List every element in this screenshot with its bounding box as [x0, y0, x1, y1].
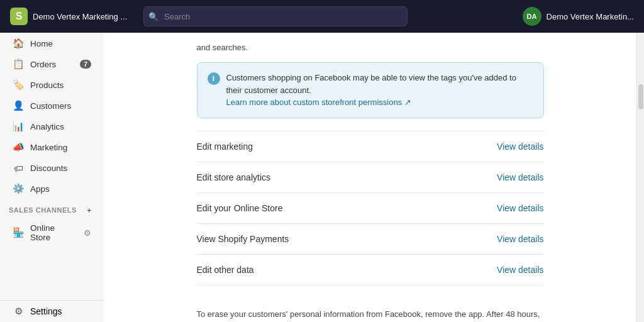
sidebar-item-marketing[interactable]: 📣 Marketing: [4, 137, 100, 157]
home-icon: 🏠: [13, 38, 24, 49]
info-icon: i: [208, 72, 220, 85]
permission-label: Edit other data: [197, 265, 254, 275]
sidebar-bottom: ⚙ Settings: [0, 300, 104, 322]
sidebar: 🏠 Home 📋 Orders 7 🏷️ Products 👤 Customer…: [0, 33, 104, 322]
sidebar-item-label: Customers: [30, 101, 71, 111]
sidebar-item-online-store[interactable]: 🏪 Online Store ⚙: [4, 219, 100, 247]
scrollbar-thumb[interactable]: [638, 84, 643, 109]
permission-label: Edit store analytics: [197, 172, 271, 182]
main-content: and searches. i Customers shopping on Fa…: [104, 33, 636, 322]
view-details-link-edit-online-store[interactable]: View details: [497, 203, 543, 213]
erase-text: To erase your customers' personal inform…: [197, 309, 540, 323]
sidebar-item-label: Online Store: [30, 223, 77, 242]
permissions-list: Edit marketing View details Edit store a…: [197, 131, 544, 286]
scrollbar-track: [636, 33, 644, 322]
topbar: S Demo Vertex Marketing ... 🔍 DA Demo Ve…: [0, 0, 644, 33]
discounts-icon: 🏷: [13, 162, 24, 174]
orders-icon: 📋: [13, 58, 24, 70]
online-store-settings-icon[interactable]: ⚙: [84, 228, 91, 238]
permission-label: Edit marketing: [197, 142, 253, 152]
info-box-text: Customers shopping on Facebook may be ab…: [226, 73, 516, 95]
sidebar-item-orders[interactable]: 📋 Orders 7: [4, 54, 100, 74]
erase-info-box: To erase your customers' personal inform…: [197, 298, 544, 323]
sidebar-item-analytics[interactable]: 📊 Analytics: [4, 116, 100, 136]
main-layout: 🏠 Home 📋 Orders 7 🏷️ Products 👤 Customer…: [0, 33, 644, 322]
view-details-link-edit-marketing[interactable]: View details: [497, 142, 543, 152]
search-input[interactable]: [143, 6, 408, 26]
shopify-logo-icon: S: [10, 8, 28, 25]
channels-section-header: SALES CHANNELS ＋: [0, 199, 104, 218]
view-details-link-edit-store-analytics[interactable]: View details: [497, 172, 543, 182]
brand-logo-area[interactable]: S Demo Vertex Marketing ...: [10, 8, 136, 25]
view-details-link-edit-other-data[interactable]: View details: [497, 265, 543, 275]
user-name: Demo Vertex Marketin...: [547, 12, 634, 21]
permission-label: Edit your Online Store: [197, 203, 283, 213]
marketing-icon: 📣: [13, 142, 24, 153]
sidebar-item-label: Orders: [30, 60, 56, 69]
sidebar-item-home[interactable]: 🏠 Home: [4, 33, 100, 53]
permission-label: View Shopify Payments: [197, 234, 289, 244]
custom-permissions-link[interactable]: Learn more about custom storefront permi…: [226, 97, 411, 107]
permission-row-edit-store-analytics: Edit store analytics View details: [197, 162, 544, 193]
apps-icon: ⚙️: [13, 183, 24, 194]
sidebar-item-apps[interactable]: ⚙️ Apps: [4, 179, 100, 199]
permission-row-edit-marketing: Edit marketing View details: [197, 131, 544, 162]
info-box-content: Customers shopping on Facebook may be ab…: [226, 72, 533, 109]
sidebar-item-settings[interactable]: ⚙ Settings: [4, 301, 100, 321]
top-snippet-text: and searches.: [197, 33, 544, 52]
sidebar-item-products[interactable]: 🏷️ Products: [4, 75, 100, 95]
sidebar-item-label: Marketing: [30, 143, 67, 152]
customers-icon: 👤: [13, 100, 24, 111]
orders-badge: 7: [80, 60, 91, 69]
permission-row-edit-online-store: Edit your Online Store View details: [197, 193, 544, 224]
sidebar-item-label: Home: [30, 39, 53, 48]
analytics-icon: 📊: [13, 121, 24, 132]
products-icon: 🏷️: [13, 79, 24, 91]
add-channel-icon[interactable]: ＋: [84, 204, 95, 216]
search-area: 🔍: [143, 6, 408, 26]
sidebar-item-customers[interactable]: 👤 Customers: [4, 96, 100, 116]
content-inner: and searches. i Customers shopping on Fa…: [182, 33, 559, 322]
channels-header-label: SALES CHANNELS: [9, 206, 77, 214]
settings-icon: ⚙: [13, 306, 24, 317]
search-icon: 🔍: [148, 12, 158, 21]
sidebar-item-label: Products: [30, 80, 64, 90]
sidebar-item-label: Apps: [30, 184, 50, 194]
permission-row-view-shopify-payments: View Shopify Payments View details: [197, 224, 544, 255]
sidebar-item-label: Discounts: [30, 164, 67, 173]
sidebar-item-discounts[interactable]: 🏷 Discounts: [4, 158, 100, 178]
view-details-link-view-shopify-payments[interactable]: View details: [497, 234, 543, 244]
settings-label: Settings: [30, 306, 62, 316]
topbar-user-area: DA Demo Vertex Marketin...: [523, 7, 634, 26]
online-store-icon: 🏪: [13, 227, 24, 238]
avatar[interactable]: DA: [523, 7, 541, 26]
info-box: i Customers shopping on Facebook may be …: [197, 62, 544, 118]
sidebar-item-label: Analytics: [30, 122, 64, 131]
brand-name: Demo Vertex Marketing ...: [33, 12, 127, 21]
permission-row-edit-other-data: Edit other data View details: [197, 255, 544, 286]
